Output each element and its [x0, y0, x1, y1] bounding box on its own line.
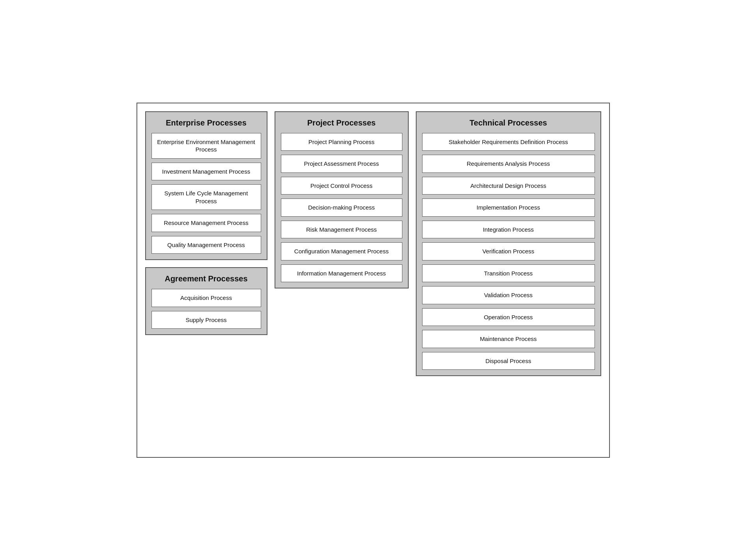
list-item: Information Management Process: [281, 264, 402, 283]
enterprise-processes-group: Enterprise Processes Enterprise Environm…: [145, 111, 267, 260]
list-item: Configuration Management Process: [281, 242, 402, 260]
project-processes-group: Project Processes Project Planning Proce…: [275, 111, 409, 289]
agreement-processes-group: Agreement Processes Acquisition Process …: [145, 267, 267, 335]
list-item: Project Planning Process: [281, 133, 402, 151]
project-processes-title: Project Processes: [281, 118, 402, 127]
list-item: Project Assessment Process: [281, 155, 402, 173]
list-item: Acquisition Process: [151, 289, 261, 307]
list-item: Integration Process: [422, 221, 595, 239]
list-item: Requirements Analysis Process: [422, 155, 595, 173]
list-item: Operation Process: [422, 308, 595, 326]
list-item: System Life Cycle Management Process: [151, 184, 261, 210]
list-item: Investment Management Process: [151, 163, 261, 181]
list-item: Implementation Process: [422, 199, 595, 217]
list-item: Risk Management Process: [281, 221, 402, 239]
list-item: Architectural Design Process: [422, 177, 595, 195]
main-container: Enterprise Processes Enterprise Environm…: [136, 103, 610, 458]
list-item: Enterprise Environment Management Proces…: [151, 133, 261, 159]
agreement-process-items: Acquisition Process Supply Process: [151, 289, 261, 329]
list-item: Decision-making Process: [281, 199, 402, 217]
list-item: Verification Process: [422, 242, 595, 260]
list-item: Supply Process: [151, 311, 261, 329]
list-item: Resource Management Process: [151, 214, 261, 232]
technical-process-items: Stakeholder Requirements Definition Proc…: [422, 133, 595, 370]
project-process-items: Project Planning Process Project Assessm…: [281, 133, 402, 283]
list-item: Transition Process: [422, 264, 595, 283]
technical-processes-title: Technical Processes: [422, 118, 595, 127]
left-column: Enterprise Processes Enterprise Environm…: [145, 111, 267, 449]
list-item: Stakeholder Requirements Definition Proc…: [422, 133, 595, 151]
middle-column: Project Processes Project Planning Proce…: [275, 111, 409, 449]
list-item: Maintenance Process: [422, 330, 595, 348]
list-item: Quality Management Process: [151, 236, 261, 254]
list-item: Project Control Process: [281, 177, 402, 195]
list-item: Validation Process: [422, 286, 595, 304]
list-item: Disposal Process: [422, 352, 595, 370]
enterprise-processes-title: Enterprise Processes: [151, 118, 261, 127]
agreement-processes-title: Agreement Processes: [151, 274, 261, 283]
right-column: Technical Processes Stakeholder Requirem…: [416, 111, 601, 449]
enterprise-process-items: Enterprise Environment Management Proces…: [151, 133, 261, 254]
technical-processes-group: Technical Processes Stakeholder Requirem…: [416, 111, 601, 376]
